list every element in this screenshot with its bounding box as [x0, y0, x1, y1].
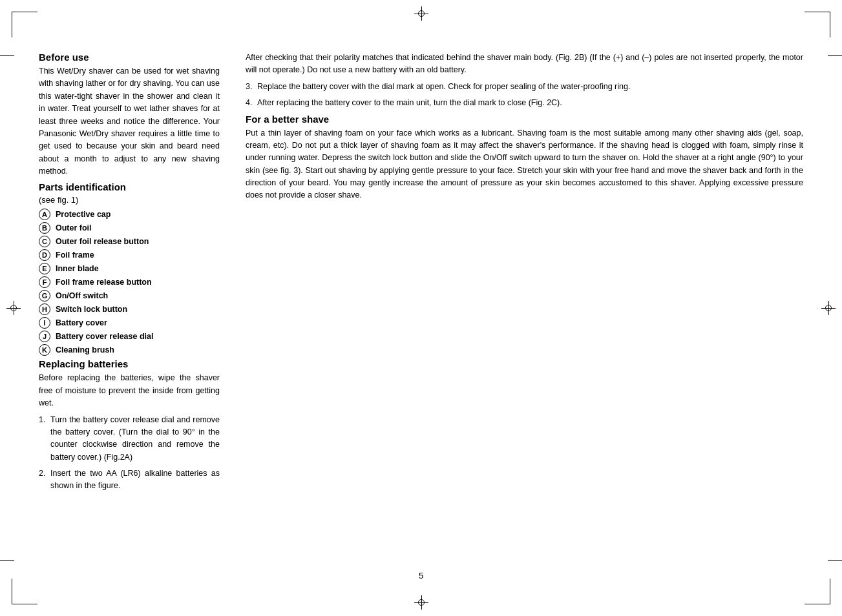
- better-shave-body: Put a thin layer of shaving foam on your…: [246, 127, 803, 202]
- parts-list-item: J Battery cover release dial: [39, 331, 220, 342]
- corner-mark-br: [805, 579, 830, 604]
- left-column: Before use This Wet/Dry shaver can be us…: [39, 52, 233, 564]
- page-number: 5: [419, 571, 423, 580]
- part-name: Protective cap: [56, 209, 111, 221]
- part-letter: A: [39, 209, 50, 220]
- part-name: Foil frame: [56, 250, 94, 262]
- part-name: On/Off switch: [56, 291, 108, 302]
- part-name: Foil frame release button: [56, 277, 152, 289]
- part-letter: G: [39, 290, 50, 302]
- replacing-batteries-section: Replacing batteries Before replacing the…: [39, 358, 220, 492]
- parts-list-item: K Cleaning brush: [39, 344, 220, 356]
- part-name: Inner blade: [56, 263, 99, 275]
- part-name: Battery cover: [56, 318, 107, 329]
- parts-list-item: I Battery cover: [39, 317, 220, 329]
- step-text: Replace the battery cover with the dial …: [257, 81, 803, 93]
- part-name: Battery cover release dial: [56, 331, 153, 343]
- replacing-batteries-heading: Replacing batteries: [39, 358, 220, 369]
- parts-list-item: C Outer foil release button: [39, 236, 220, 247]
- part-letter: H: [39, 303, 50, 315]
- corner-mark-tl: [12, 12, 37, 37]
- parts-list-item: G On/Off switch: [39, 290, 220, 302]
- part-name: Switch lock button: [56, 304, 127, 316]
- part-name: Cleaning brush: [56, 345, 114, 356]
- better-shave-heading: For a better shave: [246, 114, 803, 125]
- step-text: After replacing the battery cover to the…: [257, 97, 803, 109]
- right-column: After checking that their polarity match…: [233, 52, 803, 564]
- crosshair-top: [414, 6, 428, 21]
- left-edge-mark-bottom: [0, 560, 14, 561]
- parts-list-item: D Foil frame: [39, 249, 220, 261]
- parts-list-item: B Outer foil: [39, 222, 220, 234]
- parts-section: Parts identification (see fig. 1) A Prot…: [39, 181, 220, 356]
- replacing-batteries-cont: After checking that their polarity match…: [246, 52, 803, 77]
- part-letter: F: [39, 276, 50, 288]
- part-letter: J: [39, 331, 50, 342]
- crosshair-right: [821, 301, 836, 315]
- replacing-batteries-cont-section: After checking that their polarity match…: [246, 52, 803, 110]
- parts-list-item: E Inner blade: [39, 263, 220, 274]
- before-use-body: This Wet/Dry shaver can be used for wet …: [39, 65, 220, 178]
- replacing-batteries-steps: 1. Turn the battery cover release dial a…: [39, 414, 220, 493]
- part-letter: E: [39, 263, 50, 274]
- parts-list: A Protective cap B Outer foil C Outer fo…: [39, 209, 220, 356]
- page: Before use This Wet/Dry shaver can be us…: [0, 0, 842, 616]
- parts-list-item: A Protective cap: [39, 209, 220, 220]
- replacing-step-2: 4. After replacing the battery cover to …: [246, 97, 803, 109]
- step-number: 4.: [246, 97, 257, 109]
- content-area: Before use This Wet/Dry shaver can be us…: [39, 52, 803, 564]
- corner-mark-bl: [12, 579, 37, 604]
- replacing-step-2: 3. Replace the battery cover with the di…: [246, 81, 803, 93]
- part-letter: K: [39, 344, 50, 356]
- parts-list-item: F Foil frame release button: [39, 276, 220, 288]
- step-number: 2.: [39, 467, 50, 480]
- replacing-batteries-intro: Before replacing the batteries, wipe the…: [39, 372, 220, 409]
- part-letter: I: [39, 317, 50, 329]
- replacing-batteries-steps2: 3. Replace the battery cover with the di…: [246, 81, 803, 110]
- crosshair-left: [6, 301, 21, 315]
- parts-heading: Parts identification: [39, 181, 220, 192]
- step-number: 1.: [39, 414, 50, 426]
- before-use-heading: Before use: [39, 52, 220, 63]
- step-number: 3.: [246, 81, 257, 93]
- right-edge-mark-bottom: [828, 560, 842, 561]
- replacing-step: 1. Turn the battery cover release dial a…: [39, 414, 220, 464]
- left-edge-mark-top: [0, 55, 14, 56]
- part-letter: B: [39, 222, 50, 234]
- parts-subheading: (see fig. 1): [39, 195, 220, 205]
- corner-mark-tr: [805, 12, 830, 37]
- part-letter: D: [39, 249, 50, 261]
- right-edge-mark-top: [828, 55, 842, 56]
- part-name: Outer foil release button: [56, 236, 149, 248]
- crosshair-bottom: [414, 595, 428, 610]
- step-text: Insert the two AA (LR6) alkaline batteri…: [50, 467, 220, 493]
- replacing-step: 2. Insert the two AA (LR6) alkaline batt…: [39, 467, 220, 493]
- parts-list-item: H Switch lock button: [39, 303, 220, 315]
- before-use-section: Before use This Wet/Dry shaver can be us…: [39, 52, 220, 178]
- better-shave-section: For a better shave Put a thin layer of s…: [246, 114, 803, 202]
- step-text: Turn the battery cover release dial and …: [50, 414, 220, 464]
- part-name: Outer foil: [56, 223, 92, 234]
- part-letter: C: [39, 236, 50, 247]
